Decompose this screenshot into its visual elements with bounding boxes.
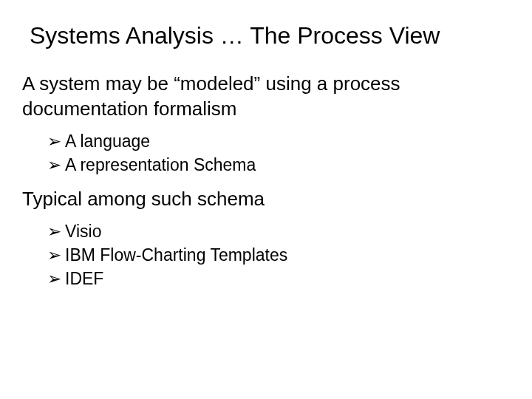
slide-title: Systems Analysis … The Process View <box>30 22 510 50</box>
list-item: A language <box>47 129 510 153</box>
list-item: IBM Flow-Charting Templates <box>47 243 510 267</box>
bullet-list-2: Visio IBM Flow-Charting Templates IDEF <box>47 219 510 291</box>
paragraph-1: A system may be “modeled” using a proces… <box>22 72 510 122</box>
list-item: A representation Schema <box>47 153 510 177</box>
list-item: Visio <box>47 219 510 243</box>
paragraph-2: Typical among such schema <box>22 187 510 212</box>
slide: Systems Analysis … The Process View A sy… <box>0 0 532 399</box>
bullet-list-1: A language A representation Schema <box>47 129 510 177</box>
list-item: IDEF <box>47 267 510 290</box>
